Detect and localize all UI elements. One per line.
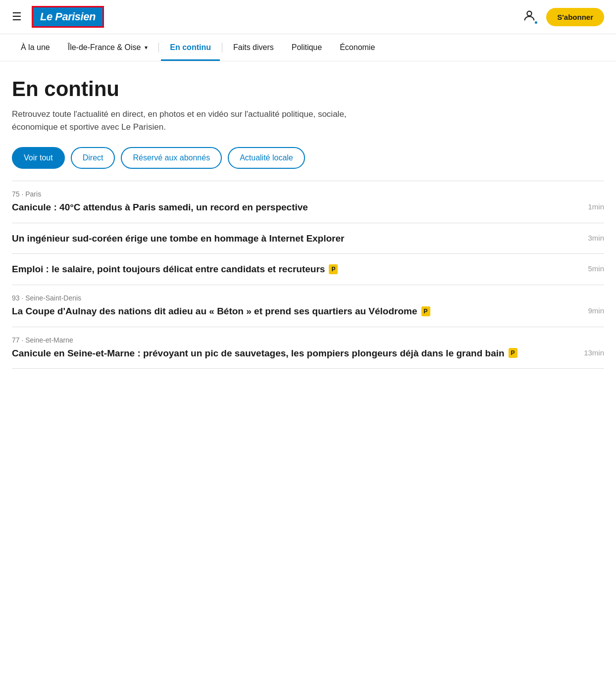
nav-item-faits-divers[interactable]: Faits divers xyxy=(224,34,283,61)
article-row: Canicule : 40°C attendus à Paris samedi,… xyxy=(12,201,604,214)
article-region-sep: · xyxy=(20,294,26,302)
nav-separator xyxy=(158,43,159,52)
article-row: Canicule en Seine-et-Marne : prévoyant u… xyxy=(12,347,604,360)
article-time: 13min xyxy=(582,347,604,357)
article-row: Un ingénieur sud-coréen érige une tombe … xyxy=(12,232,604,245)
nav-item-economie[interactable]: Économie xyxy=(331,34,384,61)
svg-point-0 xyxy=(527,11,532,16)
nav-separator-2 xyxy=(222,43,222,52)
filter-voir-tout[interactable]: Voir tout xyxy=(12,147,65,169)
filters: Voir tout Direct Réservé aux abonnés Act… xyxy=(12,147,604,169)
navigation: À la une Île-de-France & Oise ▾ En conti… xyxy=(0,34,616,61)
articles-list: 75 · Paris Canicule : 40°C attendus à Pa… xyxy=(12,181,604,369)
article-dept: 77 xyxy=(12,336,20,344)
logo-wrapper[interactable]: Le Parisien xyxy=(32,6,104,28)
article-category: 77 · Seine-et-Marne xyxy=(12,336,604,344)
article-time: 3min xyxy=(582,232,604,242)
premium-badge: P xyxy=(509,348,517,358)
article-region: Seine-et-Marne xyxy=(25,336,73,344)
main-content: En continu Retrouvez toute l'actualité e… xyxy=(0,61,616,385)
list-item[interactable]: 75 · Paris Canicule : 40°C attendus à Pa… xyxy=(12,181,604,223)
article-time: 1min xyxy=(582,201,604,211)
list-item[interactable]: Un ingénieur sud-coréen érige une tombe … xyxy=(12,223,604,254)
page-title: En continu xyxy=(12,77,604,101)
article-dept: 93 xyxy=(12,294,20,302)
article-title: Emploi : le salaire, point toujours déli… xyxy=(12,263,338,276)
header-right: S'abonner xyxy=(522,8,604,26)
article-category: 75 · Paris xyxy=(12,190,604,198)
premium-badge: P xyxy=(329,264,338,274)
nav-item-en-continu[interactable]: En continu xyxy=(161,34,220,61)
header: ☰ Le Parisien S'abonner xyxy=(0,0,616,34)
header-left: ☰ Le Parisien xyxy=(12,6,104,28)
article-region-sep: · xyxy=(20,190,26,198)
nav-item-ile-de-france[interactable]: Île-de-France & Oise ▾ xyxy=(59,34,157,61)
article-category: 93 · Seine-Saint-Denis xyxy=(12,294,604,302)
article-time: 9min xyxy=(582,305,604,315)
article-dept: 75 xyxy=(12,190,20,198)
article-region: Paris xyxy=(25,190,41,198)
page-description: Retrouvez toute l'actualité en direct, e… xyxy=(12,108,359,133)
logo: Le Parisien xyxy=(32,6,104,28)
nav-item-politique[interactable]: Politique xyxy=(283,34,331,61)
premium-badge: P xyxy=(421,306,430,316)
user-dot xyxy=(534,20,538,25)
article-title: Canicule en Seine-et-Marne : prévoyant u… xyxy=(12,347,517,360)
list-item[interactable]: Emploi : le salaire, point toujours déli… xyxy=(12,254,604,285)
list-item[interactable]: 93 · Seine-Saint-Denis La Coupe d'Aulnay… xyxy=(12,285,604,327)
list-item[interactable]: 77 · Seine-et-Marne Canicule en Seine-et… xyxy=(12,327,604,369)
article-region: Seine-Saint-Denis xyxy=(25,294,81,302)
filter-direct[interactable]: Direct xyxy=(71,147,115,169)
logo-text: Le Parisien xyxy=(40,10,96,23)
user-icon[interactable] xyxy=(522,9,538,25)
subscribe-button[interactable]: S'abonner xyxy=(546,8,604,26)
article-title: La Coupe d'Aulnay des nations dit adieu … xyxy=(12,305,430,318)
article-time: 5min xyxy=(582,263,604,273)
article-row: Emploi : le salaire, point toujours déli… xyxy=(12,263,604,276)
article-title: Canicule : 40°C attendus à Paris samedi,… xyxy=(12,201,308,214)
filter-actualite-locale[interactable]: Actualité locale xyxy=(228,147,305,169)
article-row: La Coupe d'Aulnay des nations dit adieu … xyxy=(12,305,604,318)
article-region-sep: · xyxy=(20,336,26,344)
article-title: Un ingénieur sud-coréen érige une tombe … xyxy=(12,232,344,245)
filter-reserve-abonnes[interactable]: Réservé aux abonnés xyxy=(121,147,222,169)
chevron-down-icon: ▾ xyxy=(145,44,148,51)
nav-item-a-la-une[interactable]: À la une xyxy=(12,34,59,61)
hamburger-icon[interactable]: ☰ xyxy=(12,10,22,23)
